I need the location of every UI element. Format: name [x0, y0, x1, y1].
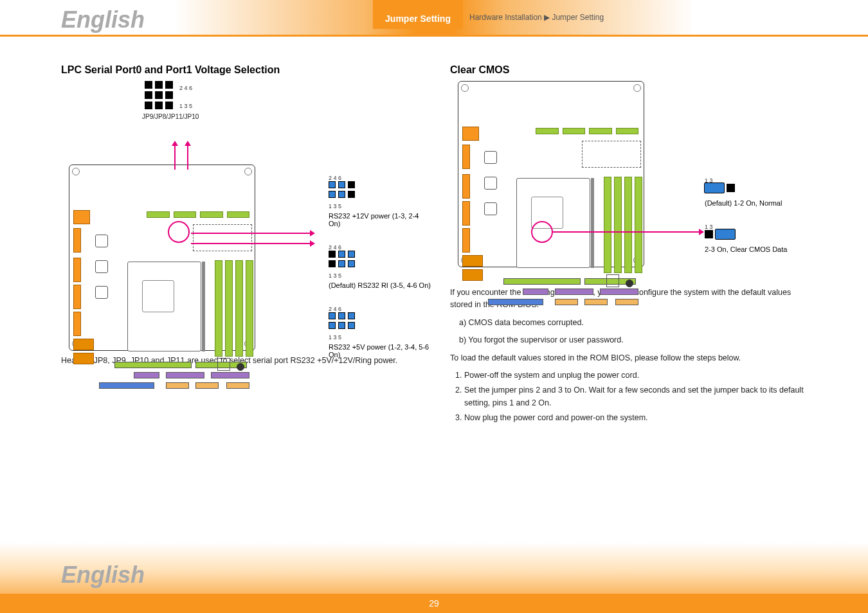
pins-top: 2 4 6 — [329, 244, 431, 251]
cmos-detail-col: 1 3 (Default) 1-2 On, Normal 1 3 2-3 On,… — [705, 177, 808, 270]
chapter-label-top: English — [61, 6, 149, 33]
pins-top: 2 4 6 — [329, 306, 431, 312]
desc2: To load the default values stored in the… — [450, 352, 810, 364]
section-title-lpc: LPC Serial Port0 and Port1 Voltage Selec… — [61, 64, 421, 76]
jp-3x3-icon — [145, 81, 176, 112]
callout-circle-icon — [168, 221, 190, 243]
detail-label: (Default) 1-2 On, Normal — [705, 199, 808, 207]
section-title-cmos: Clear CMOS — [450, 64, 810, 76]
arrow-right-icon — [553, 231, 702, 233]
jumper-detail-1: 2 4 6 1 3 5 RS232 +12V power (1-3, 2-4 O… — [329, 175, 431, 227]
breadcrumb: Hardware Installation ▶ Jumper Setting — [469, 13, 604, 22]
right-body: If you encounter the following condition… — [450, 287, 810, 424]
tab-label: Jumper Setting — [373, 0, 463, 24]
step-2: Set the jumper pins 2 and 3 to On. Wait … — [464, 384, 810, 409]
arrow-right-icon — [191, 243, 313, 244]
pins-bot: 1 3 5 — [329, 203, 431, 209]
jumper-3x2-icon — [329, 251, 356, 270]
lang-label-bottom: English — [61, 562, 145, 588]
jumper-3x2-icon — [329, 312, 356, 332]
bullet-a: a) CMOS data becomes corrupted. — [450, 317, 810, 329]
left-column: LPC Serial Port0 and Port1 Voltage Selec… — [61, 64, 421, 372]
bullet-b: b) You forgot the supervisor or user pas… — [450, 334, 810, 346]
jp-pin-top: 2 4 6 — [179, 85, 192, 91]
cmos-detail-2: 1 3 2-3 On, Clear CMOS Data — [705, 224, 808, 253]
pins-top: 2 4 6 — [329, 175, 431, 181]
steps-list: Power-off the system and unplug the powe… — [464, 369, 810, 425]
chapter-label-bottom: English — [61, 562, 149, 589]
lang-label: English — [61, 6, 145, 33]
callout-circle-icon — [531, 221, 553, 243]
page-number: 29 — [429, 598, 439, 609]
pins-bot: 1 3 5 — [329, 272, 431, 279]
jumper-1x3-icon — [705, 184, 737, 194]
jumper-detail-3: 2 4 6 1 3 5 RS232 +5V power (1-2, 3-4, 5… — [329, 306, 431, 359]
detail-label: (Default) RS232 RI (3-5, 4-6 On) — [329, 281, 431, 289]
right-column: Clear CMOS 1 3 — [450, 64, 810, 429]
board-diagram-right: 1 3 (Default) 1-2 On, Normal 1 3 2-3 On,… — [454, 81, 647, 280]
footer-bar: 29 — [0, 594, 868, 613]
jumper-1x3-icon — [705, 230, 737, 240]
jumper-3x2-icon — [329, 181, 356, 200]
cmos-detail-1: 1 3 (Default) 1-2 On, Normal — [705, 177, 808, 207]
jumper-detail-2: 2 4 6 1 3 5 (Default) RS232 RI (3-5, 4-6… — [329, 244, 431, 289]
step-1: Power-off the system and unplug the powe… — [464, 369, 810, 382]
detail-label: RS232 +5V power (1-2, 3-4, 5-6 On) — [329, 343, 431, 359]
detail-label: RS232 +12V power (1-3, 2-4 On) — [329, 212, 431, 227]
pins-bot: 1 3 5 — [329, 334, 431, 341]
jumper-detail-col: 2 4 6 1 3 5 RS232 +12V power (1-3, 2-4 O… — [329, 175, 431, 375]
board-diagram-left: 2 4 6 1 3 5 RS232 +12V power (1-3, 2-4 O… — [65, 123, 258, 316]
jp-names: JP9/JP8/JP11/JP10 — [142, 113, 199, 120]
detail-label: 2-3 On, Clear CMOS Data — [705, 245, 808, 253]
arrow-up-icon — [174, 143, 176, 170]
tab-jumper-setting: Jumper Setting — [373, 0, 463, 29]
step-3: Now plug the power cord and power-on the… — [464, 412, 810, 424]
arrow-right-icon — [191, 233, 313, 234]
jp-pin-bot: 1 3 5 — [179, 103, 192, 109]
jp-header-block: 2 4 6 1 3 5 JP9/JP8/JP11/JP10 — [145, 81, 421, 120]
header-divider — [0, 35, 868, 37]
arrow-up-icon — [187, 143, 188, 170]
